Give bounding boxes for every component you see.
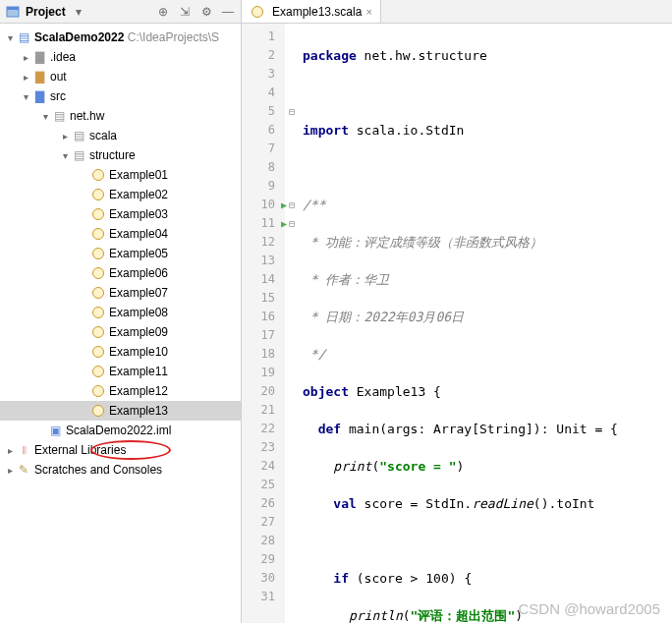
tab-example13[interactable]: Example13.scala ×: [242, 0, 381, 23]
scala-object-icon: [90, 246, 106, 261]
scala-object-icon: [90, 226, 106, 242]
chevron-right-icon[interactable]: ▸: [20, 72, 31, 83]
tree-root[interactable]: ▾ ▤ ScalaDemo2022 C:\IdeaProjects\S: [0, 28, 241, 47]
tree-scala[interactable]: ▸ ▤ scala: [0, 126, 241, 145]
tree-structure[interactable]: ▾ ▤ structure: [0, 145, 241, 165]
tree-example[interactable]: Example08: [0, 303, 241, 322]
node-label: Example13: [109, 404, 168, 418]
tree-example[interactable]: Example07: [0, 283, 241, 303]
node-label: Example04: [109, 227, 168, 241]
node-label: Example07: [109, 286, 168, 300]
scala-object-icon: [90, 206, 106, 222]
chevron-down-icon[interactable]: ▾: [20, 91, 31, 102]
tree-src[interactable]: ▾ ▇ src: [0, 86, 241, 106]
tree-example[interactable]: Example06: [0, 263, 241, 283]
scala-object-icon: [90, 403, 106, 419]
project-folder-icon: ▤: [16, 29, 31, 45]
node-label: src: [50, 89, 66, 103]
project-icon: [4, 3, 22, 21]
scala-object-icon: [90, 265, 106, 281]
editor-tabs: Example13.scala ×: [242, 0, 672, 23]
scala-object-icon: [90, 187, 106, 202]
node-label: Example06: [109, 266, 168, 280]
hide-icon[interactable]: —: [219, 3, 237, 21]
chevron-down-icon[interactable]: ▾: [59, 150, 71, 161]
tree-iml[interactable]: ▣ ScalaDemo2022.iml: [0, 421, 241, 440]
iml-icon: ▣: [47, 423, 63, 438]
node-label: out: [50, 70, 67, 84]
node-label: Scratches and Consoles: [34, 463, 162, 477]
tree-out[interactable]: ▸ ▇ out: [0, 67, 241, 86]
scala-object-icon: [90, 383, 106, 399]
tree-example[interactable]: Example10: [0, 342, 241, 362]
tree-example[interactable]: Example02: [0, 185, 241, 204]
node-label: scala: [89, 129, 117, 142]
scala-object-icon: [250, 4, 265, 20]
scala-object-icon: [90, 364, 106, 379]
expand-icon[interactable]: ⇲: [176, 3, 194, 21]
package-icon: ▤: [51, 108, 67, 124]
tree-example[interactable]: Example09: [0, 322, 241, 342]
scala-object-icon: [90, 324, 106, 340]
node-label: External Libraries: [34, 443, 126, 457]
tree-example[interactable]: Example01: [0, 165, 241, 185]
package-icon: ▤: [71, 128, 86, 143]
folder-icon: ▇: [31, 49, 47, 65]
chevron-right-icon[interactable]: ▸: [59, 131, 71, 142]
tab-label: Example13.scala: [272, 5, 362, 19]
tree-example[interactable]: Example12: [0, 381, 241, 401]
project-tree-sidebar: ▾ ▤ ScalaDemo2022 C:\IdeaProjects\S ▸ ▇ …: [0, 24, 242, 623]
node-label: Example10: [109, 345, 168, 359]
tree-pkg[interactable]: ▾ ▤ net.hw: [0, 106, 241, 126]
scala-object-icon: [90, 305, 106, 320]
close-icon[interactable]: ×: [365, 6, 371, 18]
root-path: C:\IdeaProjects\S: [124, 30, 219, 44]
tree-external-libs[interactable]: ▸ ⫴ External Libraries: [0, 440, 241, 460]
tree-example[interactable]: Example13: [0, 401, 241, 421]
node-label: .idea: [50, 50, 76, 64]
svg-rect-1: [7, 7, 19, 10]
scala-object-icon: [90, 285, 106, 301]
node-label: Example09: [109, 325, 168, 339]
node-label: Example05: [109, 247, 168, 260]
chevron-down-icon[interactable]: ▾: [70, 3, 87, 21]
root-label: ScalaDemo2022: [34, 30, 124, 44]
project-toolwindow-header: Project ▾ ⊕ ⇲ ⚙ —: [0, 0, 242, 23]
tree-example[interactable]: Example04: [0, 224, 241, 244]
line-gutter: 1234 56789 1011121314 1516171819 2021222…: [242, 24, 285, 623]
scala-object-icon: [90, 344, 106, 360]
tree-example[interactable]: Example05: [0, 244, 241, 263]
node-label: Example08: [109, 306, 168, 319]
chevron-right-icon[interactable]: ▸: [4, 445, 16, 456]
node-label: structure: [89, 148, 136, 162]
gear-icon[interactable]: ⚙: [197, 3, 215, 21]
code-editor[interactable]: 1234 56789 1011121314 1516171819 2021222…: [242, 24, 672, 623]
libraries-icon: ⫴: [16, 442, 31, 458]
folder-icon: ▇: [31, 69, 47, 85]
chevron-down-icon[interactable]: ▾: [39, 111, 51, 122]
package-icon: ▤: [71, 147, 86, 163]
scala-object-icon: [90, 167, 106, 183]
node-label: Example12: [109, 384, 168, 398]
node-label: Example01: [109, 168, 168, 182]
node-label: ScalaDemo2022.iml: [66, 424, 171, 437]
fold-column: ⊟ ⊟⊟: [285, 24, 299, 623]
tree-scratches[interactable]: ▸ ✎ Scratches and Consoles: [0, 460, 241, 480]
chevron-right-icon[interactable]: ▸: [20, 52, 31, 63]
tree-example[interactable]: Example11: [0, 362, 241, 381]
chevron-right-icon[interactable]: ▸: [4, 465, 16, 476]
folder-icon: ▇: [31, 88, 47, 104]
node-label: net.hw: [70, 109, 104, 123]
node-label: Example02: [109, 188, 168, 201]
tree-example[interactable]: Example03: [0, 204, 241, 224]
chevron-down-icon[interactable]: ▾: [4, 32, 16, 43]
node-label: Example11: [109, 365, 168, 378]
tree-idea[interactable]: ▸ ▇ .idea: [0, 47, 241, 67]
target-icon[interactable]: ⊕: [154, 3, 172, 21]
project-title: Project: [26, 5, 66, 19]
node-label: Example03: [109, 207, 168, 221]
scratches-icon: ✎: [16, 462, 31, 478]
code-area[interactable]: package net.hw.structure import scala.io…: [299, 24, 672, 623]
